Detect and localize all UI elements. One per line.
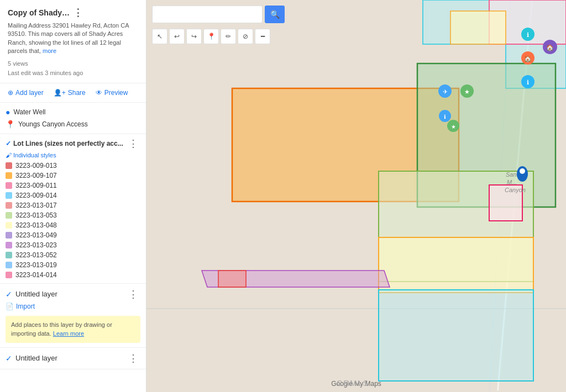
views-count: 5 views (8, 59, 138, 69)
last-edit: Last edit was 3 minutes ago (8, 68, 138, 78)
individual-styles-button[interactable]: 🖌 Individual styles (6, 152, 140, 158)
check-icon-1: ✓ (6, 290, 12, 299)
sidebar-header: Copy of Shady Acres 12- parcels ... ⋮ Ma… (0, 0, 146, 83)
parcel-color-6 (6, 222, 12, 229)
parcel-yellow-lower (379, 237, 533, 293)
parcel-color-1 (6, 172, 12, 179)
search-bar: 🔍 (152, 6, 285, 23)
parcel-color-3 (6, 192, 12, 199)
sidebar: Copy of Shady Acres 12- parcels ... ⋮ Ma… (0, 0, 146, 392)
parcel-item-10: 3223-013-019 (6, 260, 140, 270)
svg-text:★: ★ (451, 124, 456, 130)
parcel-color-7 (6, 232, 12, 239)
parcel-item-7: 3223-013-049 (6, 230, 140, 240)
add-layer-icon: ⊕ (8, 89, 13, 97)
layer-actions-bar: ⊕ Add layer 👤+ Share 👁 Preview (0, 83, 146, 103)
title-menu-button[interactable]: ⋮ (71, 7, 138, 19)
place-label-m: M... (507, 179, 517, 186)
untitled-layer-1-section: ✓ Untitled layer ⋮ 📄 Import Add places t… (0, 284, 146, 348)
map-pin-center (520, 168, 525, 174)
preview-icon: 👁 (96, 89, 102, 97)
youngs-canyon-icon: 📍 (6, 120, 15, 129)
parcel-item-9: 3223-013-052 (6, 250, 140, 260)
preview-button[interactable]: 👁 Preview (93, 88, 130, 98)
lot-section-title-row: ✓ Lot Lines (sizes not perfectly acc... (6, 140, 123, 147)
parcel-yellow-top (450, 11, 506, 44)
parcel-item-2: 3223-009-011 (6, 181, 140, 190)
parcel-color-8 (6, 242, 12, 248)
svg-text:★: ★ (464, 88, 470, 95)
lot-menu-button[interactable]: ⋮ (126, 137, 140, 150)
sidebar-stats: 5 views Last edit was 3 minutes ago (8, 59, 138, 78)
redo-button[interactable]: ↪ (186, 29, 202, 44)
parcel-color-11 (6, 272, 12, 278)
pin-tool-button[interactable]: 📍 (203, 29, 219, 44)
place-label-canyon: Canyon (505, 187, 526, 193)
map-title: Copy of Shady Acres 12- parcels ... (8, 8, 71, 17)
parcel-color-0 (6, 162, 12, 169)
add-layer-button[interactable]: ⊕ Add layer (6, 88, 46, 98)
parcel-color-2 (6, 182, 12, 189)
lot-lines-section: ✓ Lot Lines (sizes not perfectly acc... … (0, 134, 146, 284)
untitled-layer-1-title-row: ✓ Untitled layer (6, 290, 57, 299)
parcel-list: 3223-009-0133223-009-1073223-009-0113223… (6, 161, 140, 280)
untitled-layer-2-title-row: ✓ Untitled layer (6, 354, 57, 363)
parcel-red-small (218, 271, 246, 287)
water-well-icon: ● (6, 108, 10, 116)
import-icon: 📄 (6, 303, 14, 310)
svg-text:ℹ: ℹ (444, 114, 446, 120)
points-section: ● Water Well 📍 Youngs Canyon Access (0, 103, 146, 134)
sidebar-address: Mailing Address 32901 Hawley Rd, Acton C… (8, 22, 138, 56)
point-youngs-canyon: 📍 Youngs Canyon Access (6, 118, 140, 130)
parcel-color-10 (6, 262, 12, 268)
parcel-item-8: 3223-013-023 (6, 240, 140, 250)
map-area[interactable]: 🔍 ↖ ↩ ↪ 📍 ✏ ⊘ ━ (146, 0, 566, 392)
svg-text:✈: ✈ (443, 88, 448, 95)
parcel-item-5: 3223-013-053 (6, 210, 140, 220)
untitled-layer-1-header: ✓ Untitled layer ⋮ (6, 288, 140, 300)
parcel-item-6: 3223-013-048 (6, 220, 140, 230)
svg-text:🏠: 🏠 (546, 44, 554, 51)
cursor-tool-button[interactable]: ↖ (152, 29, 167, 44)
parcels-overlay: Santa M... Canyon ℹ 🏠 🏠 ℹ ✈ ★ ℹ ★ (146, 0, 566, 392)
ruler-button[interactable]: ━ (255, 29, 270, 44)
svg-text:ℹ: ℹ (527, 79, 529, 86)
svg-text:🏠: 🏠 (524, 55, 532, 62)
undo-button[interactable]: ↩ (169, 29, 185, 44)
share-button[interactable]: 👤+ Share (51, 88, 88, 98)
parcel-item-11: 3223-014-014 (6, 270, 140, 280)
parcel-item-3: 3223-009-014 (6, 190, 140, 200)
untitled-layer-2-header: ✓ Untitled layer ⋮ (6, 352, 140, 364)
untitled-layer-2-menu[interactable]: ⋮ (126, 352, 140, 364)
info-box: Add places to this layer by drawing or i… (6, 316, 140, 343)
share-icon: 👤+ (54, 89, 66, 97)
parcel-item-4: 3223-013-017 (6, 200, 140, 210)
individual-styles-icon: 🖌 (6, 152, 12, 158)
parcel-color-9 (6, 252, 12, 258)
sidebar-title-row: Copy of Shady Acres 12- parcels ... ⋮ (8, 7, 138, 19)
checkbox-lot[interactable]: ✓ (6, 140, 11, 147)
parcel-color-4 (6, 202, 12, 209)
untitled-layer-2-section: ✓ Untitled layer ⋮ (0, 348, 146, 369)
lot-section-header: ✓ Lot Lines (sizes not perfectly acc... … (6, 137, 140, 150)
map-controls: ↖ ↩ ↪ 📍 ✏ ⊘ ━ (152, 29, 270, 44)
search-input[interactable] (152, 6, 263, 23)
search-icon: 🔍 (270, 10, 280, 19)
crmls-attribution: CRMLS (337, 379, 369, 388)
search-button[interactable]: 🔍 (265, 6, 285, 23)
learn-more-link[interactable]: Learn more (53, 330, 84, 337)
point-water-well: ● Water Well (6, 106, 140, 118)
import-button[interactable]: 📄 Import (6, 300, 140, 312)
parcel-color-5 (6, 212, 12, 219)
svg-text:ℹ: ℹ (527, 31, 529, 38)
check-icon-2: ✓ (6, 354, 12, 363)
parcel-cyan-bottom (379, 290, 533, 381)
more-link[interactable]: more (43, 47, 56, 54)
parcel-item-1: 3223-009-107 (6, 171, 140, 181)
parcel-item-0: 3223-009-013 (6, 161, 140, 171)
draw-line-button[interactable]: ✏ (221, 29, 236, 44)
filter-button[interactable]: ⊘ (238, 29, 253, 44)
untitled-layer-1-menu[interactable]: ⋮ (126, 288, 140, 300)
